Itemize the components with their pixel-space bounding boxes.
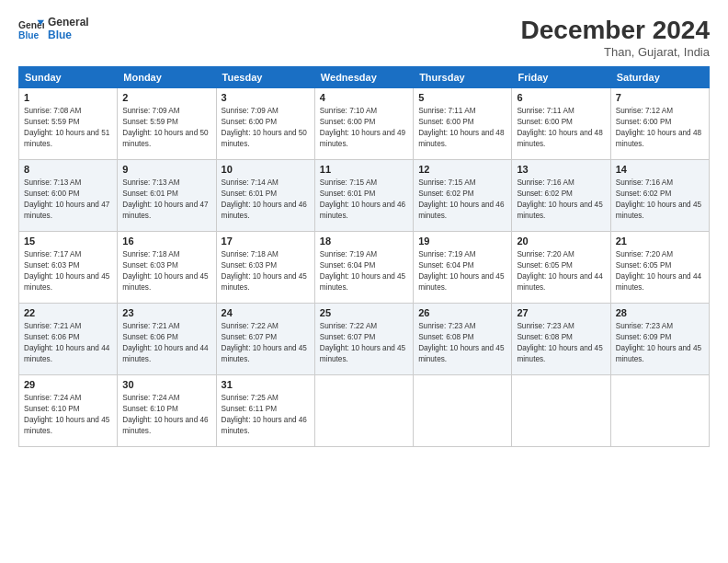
calendar-cell <box>512 374 610 446</box>
day-info: Sunrise: 7:16 AMSunset: 6:02 PMDaylight:… <box>517 178 602 220</box>
day-info: Sunrise: 7:22 AMSunset: 6:07 PMDaylight:… <box>222 322 307 363</box>
svg-text:Blue: Blue <box>18 30 40 40</box>
day-number: 7 <box>616 92 704 103</box>
calendar-cell: 21 Sunrise: 7:20 AMSunset: 6:05 PMDaylig… <box>610 231 709 303</box>
day-number: 11 <box>320 164 408 175</box>
day-number: 16 <box>122 236 210 247</box>
day-info: Sunrise: 7:12 AMSunset: 6:00 PMDaylight:… <box>616 107 701 148</box>
calendar-cell: 19 Sunrise: 7:19 AMSunset: 6:04 PMDaylig… <box>414 231 512 303</box>
day-info: Sunrise: 7:20 AMSunset: 6:05 PMDaylight:… <box>616 250 701 292</box>
calendar-cell: 18 Sunrise: 7:19 AMSunset: 6:04 PMDaylig… <box>314 231 413 303</box>
day-number: 20 <box>517 236 605 247</box>
day-info: Sunrise: 7:23 AMSunset: 6:09 PMDaylight:… <box>616 322 701 363</box>
page: General Blue General Blue December 2024 … <box>0 0 728 563</box>
day-number: 4 <box>320 92 408 103</box>
day-number: 10 <box>222 164 310 175</box>
calendar-cell: 12 Sunrise: 7:15 AMSunset: 6:02 PMDaylig… <box>414 159 512 231</box>
day-number: 1 <box>24 92 112 103</box>
day-info: Sunrise: 7:23 AMSunset: 6:08 PMDaylight:… <box>517 322 602 363</box>
title-block: December 2024 Than, Gujarat, India <box>521 17 710 59</box>
day-info: Sunrise: 7:15 AMSunset: 6:01 PMDaylight:… <box>320 178 405 220</box>
calendar-cell: 20 Sunrise: 7:20 AMSunset: 6:05 PMDaylig… <box>512 231 610 303</box>
logo-icon: General Blue <box>18 17 44 42</box>
day-number: 12 <box>418 164 506 175</box>
day-info: Sunrise: 7:19 AMSunset: 6:04 PMDaylight:… <box>320 250 405 292</box>
day-info: Sunrise: 7:15 AMSunset: 6:02 PMDaylight:… <box>418 178 504 220</box>
day-info: Sunrise: 7:21 AMSunset: 6:06 PMDaylight:… <box>122 322 208 363</box>
day-number: 13 <box>517 164 605 175</box>
calendar-cell: 27 Sunrise: 7:23 AMSunset: 6:08 PMDaylig… <box>512 303 610 374</box>
day-number: 24 <box>222 307 310 318</box>
day-info: Sunrise: 7:16 AMSunset: 6:02 PMDaylight:… <box>616 178 701 220</box>
day-info: Sunrise: 7:24 AMSunset: 6:10 PMDaylight:… <box>24 394 109 435</box>
day-info: Sunrise: 7:17 AMSunset: 6:03 PMDaylight:… <box>24 250 109 292</box>
calendar-cell: 3 Sunrise: 7:09 AMSunset: 6:00 PMDayligh… <box>216 87 314 159</box>
day-number: 17 <box>222 236 310 247</box>
calendar-cell <box>414 374 512 446</box>
day-info: Sunrise: 7:19 AMSunset: 6:04 PMDaylight:… <box>418 250 504 292</box>
calendar-cell: 17 Sunrise: 7:18 AMSunset: 6:03 PMDaylig… <box>216 231 314 303</box>
calendar-cell <box>314 374 413 446</box>
calendar-cell: 23 Sunrise: 7:21 AMSunset: 6:06 PMDaylig… <box>118 303 216 374</box>
calendar-cell: 26 Sunrise: 7:23 AMSunset: 6:08 PMDaylig… <box>414 303 512 374</box>
day-number: 27 <box>517 307 605 318</box>
day-number: 9 <box>122 164 210 175</box>
day-number: 14 <box>616 164 704 175</box>
day-number: 26 <box>418 307 506 318</box>
day-info: Sunrise: 7:25 AMSunset: 6:11 PMDaylight:… <box>222 394 307 435</box>
day-info: Sunrise: 7:11 AMSunset: 6:00 PMDaylight:… <box>517 107 602 148</box>
calendar-cell: 22 Sunrise: 7:21 AMSunset: 6:06 PMDaylig… <box>19 303 118 374</box>
day-info: Sunrise: 7:23 AMSunset: 6:08 PMDaylight:… <box>418 322 504 363</box>
calendar-cell: 10 Sunrise: 7:14 AMSunset: 6:01 PMDaylig… <box>216 159 314 231</box>
calendar-cell: 7 Sunrise: 7:12 AMSunset: 6:00 PMDayligh… <box>610 87 709 159</box>
day-number: 28 <box>616 307 704 318</box>
day-number: 2 <box>122 92 210 103</box>
day-info: Sunrise: 7:18 AMSunset: 6:03 PMDaylight:… <box>222 250 307 292</box>
calendar-cell: 16 Sunrise: 7:18 AMSunset: 6:03 PMDaylig… <box>118 231 216 303</box>
day-info: Sunrise: 7:09 AMSunset: 6:00 PMDaylight:… <box>222 107 307 148</box>
calendar-cell: 6 Sunrise: 7:11 AMSunset: 6:00 PMDayligh… <box>512 87 610 159</box>
day-number: 31 <box>222 379 310 390</box>
calendar-cell: 13 Sunrise: 7:16 AMSunset: 6:02 PMDaylig… <box>512 159 610 231</box>
day-info: Sunrise: 7:09 AMSunset: 5:59 PMDaylight:… <box>122 107 208 148</box>
dow-header: Monday <box>118 66 216 87</box>
logo: General Blue General Blue <box>18 17 89 42</box>
day-number: 29 <box>24 379 112 390</box>
logo-blue: Blue <box>48 29 89 42</box>
calendar-table: SundayMondayTuesdayWednesdayThursdayFrid… <box>18 66 710 447</box>
calendar-cell: 11 Sunrise: 7:15 AMSunset: 6:01 PMDaylig… <box>314 159 413 231</box>
calendar-cell: 30 Sunrise: 7:24 AMSunset: 6:10 PMDaylig… <box>118 374 216 446</box>
calendar-cell: 8 Sunrise: 7:13 AMSunset: 6:00 PMDayligh… <box>19 159 118 231</box>
logo-general: General <box>48 17 89 29</box>
day-number: 23 <box>122 307 210 318</box>
dow-header: Wednesday <box>314 66 413 87</box>
day-number: 3 <box>222 92 310 103</box>
day-info: Sunrise: 7:13 AMSunset: 6:00 PMDaylight:… <box>24 178 109 220</box>
day-info: Sunrise: 7:10 AMSunset: 6:00 PMDaylight:… <box>320 107 405 148</box>
dow-header: Saturday <box>610 66 709 87</box>
calendar-cell: 4 Sunrise: 7:10 AMSunset: 6:00 PMDayligh… <box>314 87 413 159</box>
calendar-cell: 29 Sunrise: 7:24 AMSunset: 6:10 PMDaylig… <box>19 374 118 446</box>
day-info: Sunrise: 7:14 AMSunset: 6:01 PMDaylight:… <box>222 178 307 220</box>
dow-header: Friday <box>512 66 610 87</box>
location: Than, Gujarat, India <box>521 45 710 59</box>
calendar-cell: 15 Sunrise: 7:17 AMSunset: 6:03 PMDaylig… <box>19 231 118 303</box>
day-info: Sunrise: 7:08 AMSunset: 5:59 PMDaylight:… <box>24 107 109 148</box>
calendar-cell: 1 Sunrise: 7:08 AMSunset: 5:59 PMDayligh… <box>19 87 118 159</box>
day-number: 18 <box>320 236 408 247</box>
day-number: 30 <box>122 379 210 390</box>
day-number: 21 <box>616 236 704 247</box>
month-title: December 2024 <box>521 17 710 45</box>
day-info: Sunrise: 7:11 AMSunset: 6:00 PMDaylight:… <box>418 107 504 148</box>
dow-header: Thursday <box>414 66 512 87</box>
dow-header: Sunday <box>19 66 118 87</box>
day-number: 15 <box>24 236 112 247</box>
day-number: 25 <box>320 307 408 318</box>
day-info: Sunrise: 7:20 AMSunset: 6:05 PMDaylight:… <box>517 250 602 292</box>
calendar-cell: 24 Sunrise: 7:22 AMSunset: 6:07 PMDaylig… <box>216 303 314 374</box>
dow-header: Tuesday <box>216 66 314 87</box>
calendar-cell: 14 Sunrise: 7:16 AMSunset: 6:02 PMDaylig… <box>610 159 709 231</box>
header: General Blue General Blue December 2024 … <box>18 17 710 59</box>
day-number: 8 <box>24 164 112 175</box>
calendar-cell: 5 Sunrise: 7:11 AMSunset: 6:00 PMDayligh… <box>414 87 512 159</box>
